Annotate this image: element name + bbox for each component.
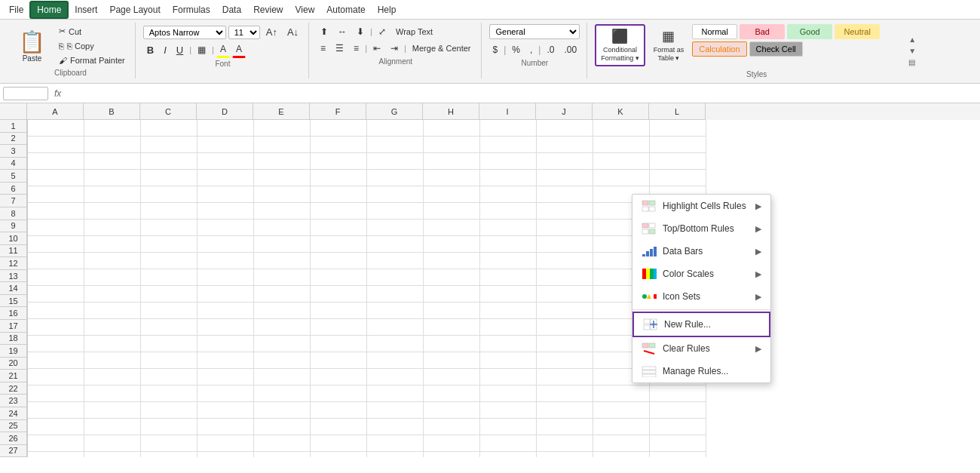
list-item[interactable] — [84, 303, 141, 319]
list-item[interactable] — [141, 286, 198, 303]
list-item[interactable] — [28, 435, 84, 452]
row-11[interactable]: 11 — [0, 245, 27, 258]
list-item[interactable] — [593, 170, 650, 186]
list-item[interactable] — [424, 137, 480, 153]
list-item[interactable] — [537, 369, 593, 385]
list-item[interactable] — [28, 286, 84, 303]
dropdown-icon-sets[interactable]: Icon Sets ▶ — [632, 285, 770, 308]
bold-button[interactable]: B — [143, 42, 158, 58]
list-item[interactable] — [537, 236, 593, 253]
list-item[interactable] — [311, 203, 367, 220]
row-20[interactable]: 20 — [0, 358, 27, 370]
list-item[interactable] — [28, 170, 84, 186]
list-item[interactable] — [367, 319, 424, 336]
style-calculation[interactable]: Calculation — [692, 41, 746, 57]
row-19[interactable]: 19 — [0, 345, 27, 358]
list-item[interactable] — [141, 120, 198, 137]
list-item[interactable] — [367, 186, 424, 203]
list-item[interactable] — [537, 385, 593, 402]
list-item[interactable] — [367, 369, 424, 385]
list-item[interactable] — [537, 303, 593, 319]
list-item[interactable] — [198, 153, 254, 170]
align-left-button[interactable]: ≡ — [317, 41, 329, 56]
list-item[interactable] — [480, 236, 537, 253]
list-item[interactable] — [254, 419, 311, 435]
list-item[interactable] — [141, 319, 198, 336]
row-3[interactable]: 3 — [0, 145, 27, 158]
list-item[interactable] — [593, 402, 650, 419]
list-item[interactable] — [311, 385, 367, 402]
row-23[interactable]: 23 — [0, 395, 27, 407]
list-item[interactable] — [424, 352, 480, 369]
col-header-G[interactable]: G — [366, 103, 423, 120]
list-item[interactable] — [254, 220, 311, 236]
number-format-select[interactable]: General — [489, 24, 580, 39]
list-item[interactable] — [311, 352, 367, 369]
list-item[interactable] — [537, 269, 593, 286]
list-item[interactable] — [424, 452, 480, 457]
dropdown-data-bars[interactable]: Data Bars ▶ — [632, 240, 770, 263]
list-item[interactable] — [28, 120, 84, 137]
list-item[interactable] — [28, 303, 84, 319]
list-item[interactable] — [480, 153, 537, 170]
list-item[interactable] — [367, 269, 424, 286]
list-item[interactable] — [650, 419, 706, 435]
list-item[interactable] — [311, 269, 367, 286]
list-item[interactable] — [311, 319, 367, 336]
list-item[interactable] — [141, 452, 198, 457]
list-item[interactable] — [198, 186, 254, 203]
merge-center-button[interactable]: Merge & Center — [409, 41, 475, 55]
list-item[interactable] — [28, 336, 84, 352]
row-15[interactable]: 15 — [0, 295, 27, 308]
col-header-C[interactable]: C — [140, 103, 197, 120]
dropdown-top-bottom[interactable]: Top/Bottom Rules ▶ — [632, 217, 770, 240]
list-item[interactable] — [141, 303, 198, 319]
style-check-cell[interactable]: Check Cell — [749, 41, 803, 57]
list-item[interactable] — [480, 186, 537, 203]
list-item[interactable] — [198, 220, 254, 236]
conditional-formatting-button[interactable]: ⬛ ConditionalFormatting ▾ — [595, 24, 645, 66]
list-item[interactable] — [141, 236, 198, 253]
list-item[interactable] — [84, 220, 141, 236]
list-item[interactable] — [141, 402, 198, 419]
align-center-button[interactable]: ☰ — [332, 41, 348, 56]
list-item[interactable] — [84, 137, 141, 153]
list-item[interactable] — [593, 452, 650, 457]
paste-button[interactable]: 📋 Paste — [12, 24, 52, 67]
list-item[interactable] — [311, 369, 367, 385]
list-item[interactable] — [593, 137, 650, 153]
list-item[interactable] — [480, 253, 537, 269]
underline-button[interactable]: U — [173, 42, 187, 58]
list-item[interactable] — [537, 120, 593, 137]
list-item[interactable] — [84, 203, 141, 220]
dropdown-highlight-cells[interactable]: Highlight Cells Rules ▶ — [632, 195, 770, 217]
row-9[interactable]: 9 — [0, 220, 27, 233]
list-item[interactable] — [254, 303, 311, 319]
list-item[interactable] — [84, 435, 141, 452]
list-item[interactable] — [198, 286, 254, 303]
row-13[interactable]: 13 — [0, 270, 27, 283]
list-item[interactable] — [254, 286, 311, 303]
list-item[interactable] — [84, 452, 141, 457]
italic-button[interactable]: I — [160, 42, 170, 58]
name-box[interactable] — [3, 87, 48, 100]
style-bad[interactable]: Bad — [740, 24, 785, 39]
list-item[interactable] — [198, 120, 254, 137]
list-item[interactable] — [311, 236, 367, 253]
formula-input[interactable] — [67, 88, 977, 99]
row-16[interactable]: 16 — [0, 307, 27, 320]
increase-indent-button[interactable]: ⇥ — [387, 41, 402, 56]
dropdown-manage-rules[interactable]: Manage Rules... — [632, 360, 770, 382]
list-item[interactable] — [367, 303, 424, 319]
list-item[interactable] — [367, 352, 424, 369]
row-25[interactable]: 25 — [0, 420, 27, 433]
format-as-table-button[interactable]: ▦ Format asTable ▾ — [648, 24, 690, 66]
list-item[interactable] — [367, 452, 424, 457]
list-item[interactable] — [367, 435, 424, 452]
list-item[interactable] — [198, 236, 254, 253]
align-right-button[interactable]: ≡ — [350, 41, 363, 56]
list-item[interactable] — [480, 402, 537, 419]
list-item[interactable] — [84, 402, 141, 419]
col-header-I[interactable]: I — [479, 103, 536, 120]
decrease-decimal-button[interactable]: .0 — [543, 42, 558, 57]
